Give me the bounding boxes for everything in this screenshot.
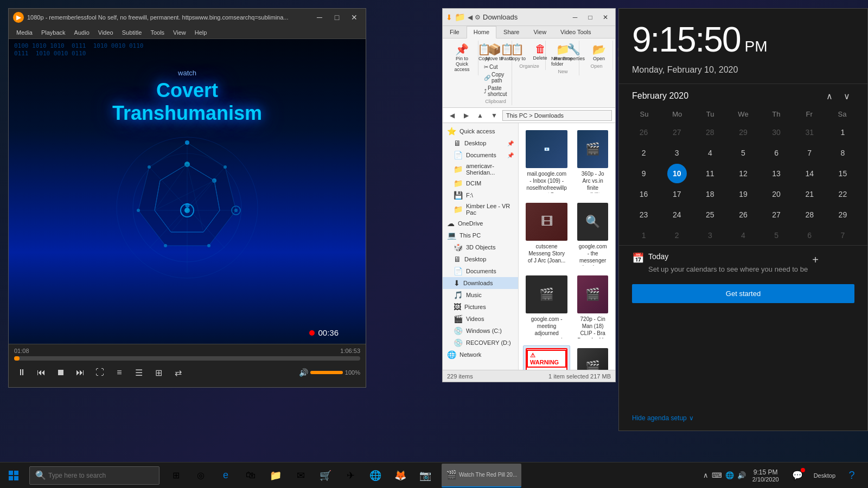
calendar-day-15[interactable]: 15 xyxy=(833,164,852,183)
calendar-day-7[interactable]: 7 xyxy=(833,226,852,245)
address-path[interactable]: This PC > Downloads xyxy=(502,110,612,121)
calendar-day-7[interactable]: 7 xyxy=(800,143,819,163)
taskbar-search-input[interactable] xyxy=(48,472,154,479)
calendar-day-4[interactable]: 4 xyxy=(733,226,753,245)
calendar-day-1[interactable]: 1 xyxy=(634,226,654,245)
sidebar-item-desktop-2[interactable]: 🖥 Desktop xyxy=(443,253,518,265)
calendar-day-9[interactable]: 9 xyxy=(634,164,654,183)
vlc-ext-button[interactable]: ⊞ xyxy=(151,365,166,380)
calendar-day-28[interactable]: 28 xyxy=(800,205,819,224)
cortana-button[interactable]: ◎ xyxy=(189,464,213,487)
calendar-day-2[interactable]: 2 xyxy=(667,226,687,245)
sidebar-item-music[interactable]: 🎵 Music xyxy=(443,289,518,301)
sidebar-item-windows-c[interactable]: 💿 Windows (C:) xyxy=(443,325,518,337)
amazon-button[interactable]: 🛒 xyxy=(314,464,337,487)
tray-network-icon[interactable]: 🌐 xyxy=(725,471,734,479)
cut-button[interactable]: ✂ Cut xyxy=(482,63,509,70)
vlc-eq-button[interactable]: ≡ xyxy=(112,365,127,380)
calendar-day-14[interactable]: 14 xyxy=(800,164,819,183)
sidebar-item-3d-objects[interactable]: 🎲 3D Objects xyxy=(443,241,518,253)
calendar-day-2[interactable]: 2 xyxy=(634,143,654,163)
tor-button[interactable]: 🌐 xyxy=(363,464,387,487)
vlc-next-button[interactable]: ⏭ xyxy=(73,365,88,380)
back-button[interactable]: ◀ xyxy=(446,110,458,121)
calendar-day-18[interactable]: 18 xyxy=(700,184,720,204)
calendar-day-6[interactable]: 6 xyxy=(800,226,819,245)
vlc-stop-button[interactable]: ⏹ xyxy=(53,365,68,380)
tray-volume-icon[interactable]: 🔊 xyxy=(737,471,746,479)
vlc-pause-button[interactable]: ⏸ xyxy=(14,365,29,380)
vlc-menu-view[interactable]: View xyxy=(170,28,189,37)
help-button[interactable]: ? xyxy=(840,464,864,487)
vlc-menu-subtitle[interactable]: Subtitle xyxy=(119,28,145,37)
paste-shortcut-button[interactable]: ⤴ Paste shortcut xyxy=(482,85,509,98)
explorer-close-button[interactable]: ✕ xyxy=(599,11,612,24)
vlc-volume-bar[interactable] xyxy=(310,371,343,374)
calendar-day-28[interactable]: 28 xyxy=(700,123,720,142)
vlc-menu-video[interactable]: Video xyxy=(95,28,117,37)
calendar-day-22[interactable]: 22 xyxy=(833,184,852,204)
mail-button[interactable]: ✉ xyxy=(289,464,312,487)
agenda-add-button[interactable]: + xyxy=(808,252,823,267)
calendar-day-25[interactable]: 25 xyxy=(700,205,720,224)
sidebar-item-dcim[interactable]: 📁 DCIM xyxy=(443,177,518,189)
calendar-prev-button[interactable]: ∧ xyxy=(822,88,837,104)
calendar-day-17[interactable]: 17 xyxy=(667,184,687,204)
task-view-button[interactable]: ⊞ xyxy=(164,464,188,487)
calendar-day-4[interactable]: 4 xyxy=(700,143,720,163)
recent-button[interactable]: ▼ xyxy=(488,110,500,121)
file-item-0[interactable]: 📧 mail.google.com - Inbox (109) - noself… xyxy=(523,127,570,196)
vlc-prev-button[interactable]: ⏮ xyxy=(34,365,49,380)
vlc-taskbar-app[interactable]: 🎬 Watch The Red Pill 20... xyxy=(442,464,521,487)
file-explorer-taskbar-button[interactable]: 📁 xyxy=(264,464,288,487)
sidebar-item-americavr[interactable]: 📁 americavr-Sheridan... xyxy=(443,161,518,177)
calendar-day-1[interactable]: 1 xyxy=(833,123,852,142)
calendar-day-19[interactable]: 19 xyxy=(733,184,753,204)
vlc-progress-bar[interactable] xyxy=(14,356,360,361)
file-item-6[interactable]: ⚠ WARNING ONLY THESTRONG SURVIVE 1080p -… xyxy=(523,345,570,370)
notification-button[interactable]: 💬 xyxy=(786,464,809,487)
file-item-3[interactable]: 🔍 google.com - the messenger joanjean ex… xyxy=(575,200,611,268)
desktop-label[interactable]: Desktop xyxy=(812,470,838,481)
calendar-day-23[interactable]: 23 xyxy=(634,205,654,224)
calendar-day-8[interactable]: 8 xyxy=(833,143,852,163)
calendar-day-27[interactable]: 27 xyxy=(767,205,786,224)
file-item-7[interactable]: 🎬 720p - On all time CLIMAX Prestige 2..… xyxy=(575,345,611,370)
file-item-4[interactable]: 🎬 google.com - meeting adjourned monster… xyxy=(523,273,570,341)
copy-path-button[interactable]: 🔗 Copy path xyxy=(482,71,509,84)
sidebar-item-kimber[interactable]: 📁 Kimber Lee - VR Pac xyxy=(443,201,518,217)
hide-agenda-button[interactable]: Hide agenda setup ∨ xyxy=(632,414,694,422)
calendar-day-26[interactable]: 26 xyxy=(733,205,753,224)
calendar-day-3[interactable]: 3 xyxy=(700,226,720,245)
sidebar-item-quick-access[interactable]: ⭐ Quick access xyxy=(443,125,518,137)
vlc-video-area[interactable]: 0100 1010 1010 0111 1010 0010 0110 0111 … xyxy=(9,39,366,344)
calendar-day-30[interactable]: 30 xyxy=(767,123,786,142)
calendar-day-13[interactable]: 13 xyxy=(767,164,786,183)
ribbon-tab-video-tools[interactable]: Video Tools xyxy=(553,26,598,38)
calendar-next-button[interactable]: ∨ xyxy=(839,88,854,104)
ribbon-tab-home[interactable]: Home xyxy=(467,26,496,38)
taskbar-clock[interactable]: 9:15 PM 2/10/2020 xyxy=(748,468,783,483)
vlc-menu-media[interactable]: Media xyxy=(13,28,36,37)
sidebar-item-this-pc[interactable]: 💻 This PC xyxy=(443,229,518,241)
firefox-button[interactable]: 🦊 xyxy=(388,464,412,487)
calendar-day-20[interactable]: 20 xyxy=(767,184,786,204)
sidebar-item-downloads[interactable]: ⬇ Downloads xyxy=(443,277,518,289)
open-button[interactable]: 📂 Open xyxy=(588,42,610,62)
up-button[interactable]: ▲ xyxy=(474,110,486,121)
tray-chevron-icon[interactable]: ∧ xyxy=(703,471,709,479)
file-item-1[interactable]: 🎬 360p - Jo Arc vs.in finite possibility… xyxy=(575,127,611,196)
sidebar-item-desktop-1[interactable]: 🖥 Desktop 📌 xyxy=(443,137,518,149)
ie-button[interactable]: e xyxy=(214,464,238,487)
start-button[interactable] xyxy=(0,463,27,489)
vlc-menu-tools[interactable]: Tools xyxy=(147,28,168,37)
ribbon-tab-file[interactable]: File xyxy=(443,26,467,38)
calendar-day-12[interactable]: 12 xyxy=(733,164,753,183)
vlc-close-button[interactable]: ✕ xyxy=(347,10,361,24)
get-started-button[interactable]: Get started xyxy=(632,284,854,303)
explorer-minimize-button[interactable]: ─ xyxy=(569,11,582,24)
move-to-button[interactable]: 📦 Move to xyxy=(483,42,505,62)
taskbar-search-container[interactable]: 🔍 xyxy=(29,466,159,485)
tripadvisor-button[interactable]: ✈ xyxy=(339,464,362,487)
copy-to-button[interactable]: 📋 Copy to xyxy=(507,42,528,62)
